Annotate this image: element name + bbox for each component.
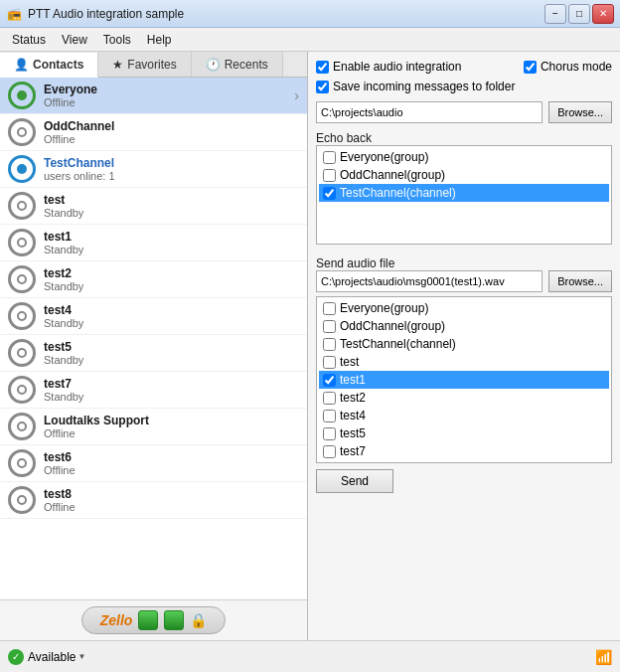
send-test5-checkbox[interactable] [323,427,336,440]
contact-status: Standby [44,280,299,292]
list-item[interactable]: Loudtalks Support Offline [0,409,307,445]
contact-name: Loudtalks Support [44,414,299,427]
contact-status: Standby [44,354,299,366]
menu-help[interactable]: Help [139,31,180,49]
list-item[interactable]: test5 Standby [0,335,307,372]
send-test4-checkbox[interactable] [323,410,336,422]
contact-info: test5 Standby [44,340,299,366]
list-item[interactable]: test2 Standby [0,261,307,298]
avatar [8,155,36,183]
contact-info: TestChannel users online: 1 [44,156,299,182]
push-to-talk-button[interactable] [138,610,158,630]
tab-favorites[interactable]: ★ Favorites [98,52,191,77]
chorus-mode-label: Chorus mode [541,60,612,74]
contact-name: test1 [44,230,299,244]
contact-info: test8 Offline [44,487,299,513]
send-list: Everyone(group) OddChannel(group) TestCh… [316,296,612,463]
send-audio-label: Send audio file [316,256,612,270]
close-button[interactable]: ✕ [592,4,614,24]
echo-oddchannel-label: OddChannel(group) [340,168,445,182]
echo-list: Everyone(group) OddChannel(group) TestCh… [316,145,612,245]
contacts-icon: 👤 [14,58,29,72]
echo-list-item[interactable]: OddChannel(group) [319,166,609,184]
restore-button[interactable]: □ [568,4,590,24]
save-messages-input[interactable] [316,81,329,93]
avatar [8,413,36,440]
list-item[interactable]: test7 Standby [0,372,307,409]
title-bar: 📻 PTT Audio integration sample − □ ✕ [0,0,620,28]
list-item[interactable]: Everyone Offline › [0,78,307,114]
contact-name: test2 [44,266,299,280]
send-test1-checkbox[interactable] [323,374,336,387]
send-test2-checkbox[interactable] [323,392,336,405]
minimize-button[interactable]: − [544,4,566,24]
folder-path-input[interactable] [316,101,542,123]
echo-oddchannel-checkbox[interactable] [323,169,336,182]
list-item[interactable]: test Standby [0,188,307,225]
enable-audio-input[interactable] [316,61,329,74]
avatar [8,229,36,256]
send-list-item[interactable]: OddChannel(group) [319,317,609,335]
menu-view[interactable]: View [54,31,95,49]
list-item[interactable]: test8 Offline [0,482,307,519]
send-list-item[interactable]: TestChannel(channel) [319,335,609,353]
folder-browse-button[interactable]: Browse... [548,101,612,123]
echo-testchannel-checkbox[interactable] [323,187,336,200]
send-list-item[interactable]: test2 [319,389,609,407]
send-list-item[interactable]: test5 [319,424,609,442]
menu-status[interactable]: Status [4,31,54,49]
contact-info: test7 Standby [44,377,299,403]
send-list-item[interactable]: test1 [319,371,609,389]
send-audio-section: Send audio file Browse... Everyone(group… [316,254,612,493]
send-everyone-checkbox[interactable] [323,302,336,315]
send-test2-label: test2 [340,391,366,405]
contact-name: TestChannel [44,156,299,170]
send-list-item[interactable]: test [319,353,609,371]
send-testchannel-checkbox[interactable] [323,338,336,351]
chorus-mode-input[interactable] [524,61,537,74]
status-indicator: ✓ [8,649,24,665]
send-list-item[interactable]: test7 [319,442,609,460]
contact-name: Everyone [44,83,286,96]
send-test7-checkbox[interactable] [323,445,336,458]
avatar [8,118,36,146]
contact-info: Everyone Offline [44,83,286,108]
send-file-path-input[interactable] [316,270,542,292]
list-item[interactable]: test4 Standby [0,298,307,335]
list-item[interactable]: TestChannel users online: 1 [0,151,307,188]
tab-contacts[interactable]: 👤 Contacts [0,53,98,78]
contact-status: Offline [44,133,299,145]
save-messages-checkbox[interactable]: Save incoming messages to folder [316,80,612,93]
tab-contacts-label: Contacts [33,58,83,72]
echo-list-item[interactable]: TestChannel(channel) [319,184,609,202]
menu-tools[interactable]: Tools [95,31,139,49]
send-browse-button[interactable]: Browse... [548,270,612,292]
list-item[interactable]: test1 Standby [0,225,307,261]
left-bottom-bar: Zello 🔒 [0,599,307,640]
send-test-checkbox[interactable] [323,356,336,369]
main-layout: 👤 Contacts ★ Favorites 🕐 Recents Everyon… [0,52,620,640]
avatar [8,192,36,220]
contact-info: test1 Standby [44,230,299,255]
list-item[interactable]: OddChannel Offline [0,114,307,151]
send-button[interactable]: Send [316,469,393,493]
avatar [8,82,36,109]
checkmark-icon: ✓ [12,651,20,662]
send-list-item[interactable]: Everyone(group) [319,299,609,317]
send-test5-label: test5 [340,426,366,440]
send-oddchannel-checkbox[interactable] [323,320,336,333]
send-test1-label: test1 [340,373,366,387]
echo-everyone-checkbox[interactable] [323,151,336,164]
push-to-talk-button-2[interactable] [164,610,184,630]
contact-name: test5 [44,340,299,354]
echo-list-item[interactable]: Everyone(group) [319,148,609,166]
status-dropdown[interactable]: Available ▼ [28,650,85,664]
send-list-item[interactable]: test4 [319,407,609,424]
contact-status: Offline [44,501,299,513]
chorus-mode-checkbox[interactable]: Chorus mode [524,60,612,74]
enable-audio-checkbox[interactable]: Enable audio integration [316,60,461,74]
zello-logo-button[interactable]: Zello 🔒 [81,606,227,634]
status-bar: ✓ Available ▼ 📶 [0,640,620,672]
tab-recents[interactable]: 🕐 Recents [192,52,283,77]
list-item[interactable]: test6 Offline [0,445,307,482]
